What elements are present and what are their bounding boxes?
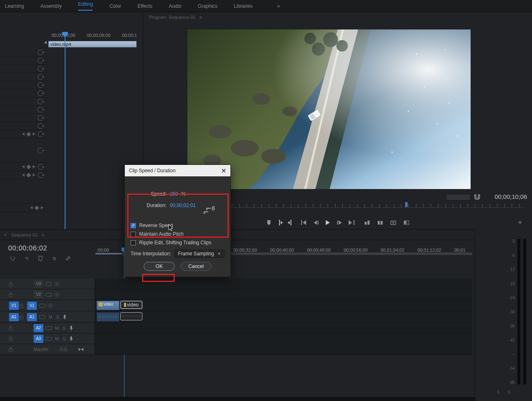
source-patch-a1[interactable]: A1 <box>9 313 19 321</box>
panel-menu-icon[interactable]: ≡ <box>42 232 44 237</box>
mute-icon[interactable]: M <box>54 326 60 331</box>
reset-icon[interactable] <box>38 58 43 63</box>
solo-icon[interactable]: S <box>61 326 67 331</box>
sequence-tab[interactable]: Sequence 01 <box>11 232 38 237</box>
ok-button[interactable]: OK <box>144 262 175 271</box>
track-target-a2[interactable]: A2 <box>34 324 43 332</box>
button-editor-icon[interactable]: + <box>518 219 522 227</box>
tab-audio[interactable]: Audio <box>169 3 182 9</box>
collapse-icon[interactable] <box>78 347 84 351</box>
next-keyframe-icon[interactable] <box>33 133 35 136</box>
ripple-edit-checkbox[interactable] <box>131 240 136 246</box>
wrench-icon[interactable] <box>65 256 71 261</box>
eye-icon[interactable] <box>54 282 60 286</box>
tab-color[interactable]: Color <box>109 3 121 9</box>
track-header-a3[interactable]: A3 M S <box>0 333 95 344</box>
eye-icon[interactable] <box>54 293 60 297</box>
source-playhead[interactable] <box>65 34 65 230</box>
reset-icon[interactable] <box>38 115 43 121</box>
prev-keyframe-icon[interactable] <box>30 206 33 210</box>
next-keyframe-icon[interactable] <box>41 206 43 210</box>
gang-link-icon[interactable]: ⌐8⌐ <box>203 200 214 216</box>
tab-effects[interactable]: Effects <box>138 3 152 9</box>
reset-icon[interactable] <box>38 74 43 80</box>
track-target-v1[interactable]: V1 <box>27 302 37 310</box>
program-tab[interactable]: Program: Sequence 01 ≡ <box>143 12 532 22</box>
close-tab-icon[interactable]: × <box>4 232 7 238</box>
tab-editing[interactable]: Editing <box>78 1 93 11</box>
keyframe-icon[interactable] <box>34 205 39 210</box>
source-ruler[interactable]: 00;00;06;00 00;00;08;00 00;00;1 <box>0 32 143 41</box>
sync-lock-icon[interactable] <box>45 325 52 331</box>
voiceover-icon[interactable] <box>69 336 74 342</box>
voiceover-icon[interactable] <box>69 325 74 331</box>
track-target-a1[interactable]: A1 <box>27 313 37 321</box>
reset-icon[interactable] <box>38 66 43 72</box>
program-position-indicator[interactable] <box>405 202 408 207</box>
lock-icon[interactable] <box>19 315 24 320</box>
export-frame-icon[interactable] <box>390 220 396 225</box>
timeline-timecode[interactable]: 00;00;06;02 <box>8 244 47 252</box>
reset-icon[interactable] <box>38 82 43 88</box>
sync-lock-icon[interactable] <box>45 336 52 342</box>
reset-icon[interactable] <box>38 90 43 96</box>
reset-icon[interactable] <box>38 172 43 178</box>
settings-icon[interactable] <box>52 256 57 261</box>
goto-out-icon[interactable] <box>349 220 354 225</box>
sync-lock-icon[interactable] <box>45 281 52 287</box>
sync-lock-icon[interactable] <box>45 292 52 297</box>
track-header-v2[interactable]: V2 <box>0 289 95 300</box>
tab-graphics[interactable]: Graphics <box>198 3 217 9</box>
meter-right[interactable] <box>523 239 526 385</box>
track-target-a3[interactable]: A3 <box>34 335 43 343</box>
mark-out-icon[interactable] <box>289 220 291 225</box>
track-header-v1[interactable]: V1 V1 <box>0 300 95 311</box>
track-target-v3[interactable]: V3 <box>34 280 43 288</box>
timeline-scrollbar[interactable] <box>0 397 475 401</box>
play-icon[interactable] <box>326 220 330 225</box>
reverse-speed-checkbox[interactable] <box>131 223 136 228</box>
source-patch-v1[interactable]: V1 <box>9 302 19 310</box>
meter-left[interactable] <box>517 239 521 385</box>
dialog-titlebar[interactable]: Clip Speed / Duration ✕ <box>125 165 230 176</box>
lock-icon[interactable] <box>8 292 13 297</box>
mute-icon[interactable]: M <box>54 336 60 341</box>
track-target-v2[interactable]: V2 <box>34 291 43 299</box>
comparison-icon[interactable] <box>404 220 409 225</box>
tab-libraries[interactable]: Libraries <box>234 3 252 9</box>
close-icon[interactable]: ✕ <box>221 167 226 175</box>
reset-icon[interactable] <box>38 50 43 55</box>
duration-input[interactable]: 00;00;02;01 <box>170 203 196 208</box>
lock-icon[interactable] <box>8 326 13 331</box>
prev-keyframe-icon[interactable] <box>22 173 25 177</box>
tab-learning[interactable]: Learning <box>5 3 24 9</box>
solo-right-icon[interactable]: S <box>508 390 511 394</box>
cancel-button[interactable]: Cancel <box>180 262 212 271</box>
extract-icon[interactable] <box>377 220 383 225</box>
prev-keyframe-icon[interactable] <box>22 133 25 136</box>
tab-assembly[interactable]: Assembly <box>41 3 62 9</box>
source-clip[interactable]: video.mp4 <box>48 41 137 47</box>
master-value[interactable]: 0.0 <box>60 347 67 352</box>
speed-input[interactable]: 250 <box>170 191 178 197</box>
snap-icon[interactable] <box>10 256 16 261</box>
goto-in-icon[interactable] <box>301 220 307 225</box>
lock-icon[interactable] <box>8 282 13 286</box>
keyframe-icon[interactable] <box>26 173 31 177</box>
mark-in-icon[interactable] <box>279 220 282 225</box>
reset-icon[interactable] <box>38 164 43 170</box>
track-header-master[interactable]: Master 0.0 <box>0 344 95 354</box>
lift-icon[interactable] <box>364 220 370 225</box>
program-scrubber[interactable] <box>187 204 524 208</box>
linked-selection-icon[interactable] <box>24 256 29 261</box>
next-keyframe-icon[interactable] <box>33 173 35 177</box>
prev-keyframe-icon[interactable] <box>22 165 25 169</box>
marker-icon[interactable] <box>266 220 272 225</box>
zoom-fit-dropdown[interactable] <box>446 194 471 200</box>
reset-icon[interactable] <box>38 123 43 129</box>
video-clip-a[interactable]: video <box>97 301 119 310</box>
voiceover-icon[interactable] <box>62 314 67 320</box>
video-clip-b[interactable]: video <box>120 301 142 309</box>
maintain-pitch-checkbox[interactable] <box>131 232 136 237</box>
reset-icon[interactable] <box>38 131 43 137</box>
